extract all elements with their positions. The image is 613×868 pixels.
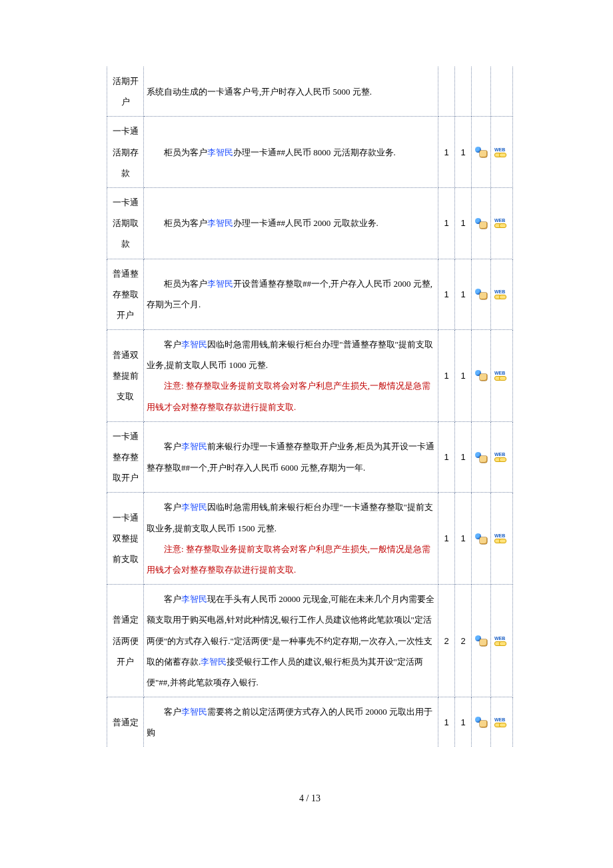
page-footer: 4 / 13 (107, 793, 513, 804)
customer-name: 李智民 (181, 339, 207, 349)
row-title: 一卡通活期取款 (107, 187, 144, 259)
task-table: 活期开户系统自动生成的一卡通客户号,开户时存入人民币 5000 元整.一卡通活期… (107, 67, 513, 747)
row-description: 柜员为客户李智民办理一卡通##人民币 8000 元活期存款业务. (144, 117, 438, 188)
desc-text: 客户 (164, 707, 181, 717)
icon-cell (472, 697, 491, 747)
desc-text: 柜员为客户 (164, 279, 207, 289)
count-col-1: 1 (438, 259, 455, 330)
table-row: 普通定活两便开户客户李智民现在手头有人民币 20000 元现金,可能在未来几个月… (107, 585, 513, 697)
desc-text: 办理一卡通##人民币 2000 元取款业务. (233, 218, 378, 228)
drag-globe-icon[interactable] (475, 635, 487, 646)
row-title: 普通定 (107, 697, 144, 747)
desc-text: 现在手头有人民币 20000 元现金,可能在未来几个月内需要全额支取用于购买电器… (147, 594, 434, 667)
row-title: 一卡通活期存款 (107, 117, 144, 188)
row-title: 普通整存整取开户 (107, 259, 144, 330)
web-cell: WEB (491, 330, 513, 422)
icon-cell (472, 493, 491, 585)
row-description: 客户李智民现在手头有人民币 20000 元现金,可能在未来几个月内需要全额支取用… (144, 585, 438, 697)
table-row: 一卡通整存整取开户客户李智民前来银行办理一卡通整存整取开户业务,柜员为其开设一卡… (107, 421, 513, 493)
count-col-1: 1 (438, 187, 455, 259)
icon-cell (472, 67, 491, 117)
desc-text: 系统自动生成的一卡通客户号,开户时存入人民币 5000 元整. (147, 87, 372, 97)
count-col-1 (438, 67, 455, 117)
count-col-1: 1 (438, 493, 455, 585)
warning-note: 注意: 整存整取业务提前支取将会对客户利息产生损失,一般情况是急需用钱才会对整存… (147, 375, 435, 417)
web-link-icon[interactable]: WEB (494, 717, 510, 727)
desc-text: 柜员为客户 (164, 147, 207, 157)
web-cell: WEB (491, 187, 513, 259)
row-description: 客户李智民需要将之前以定活两便方式存入的人民币 20000 元取出用于购 (144, 697, 438, 747)
row-description: 系统自动生成的一卡通客户号,开户时存入人民币 5000 元整. (144, 67, 438, 117)
web-link-icon[interactable]: WEB (494, 533, 510, 544)
web-cell: WEB (491, 493, 513, 585)
row-description: 客户李智民因临时急需用钱,前来银行柜台办理"一卡通整存整取"提前支取业务,提前支… (144, 493, 438, 585)
drag-globe-icon[interactable] (475, 717, 487, 727)
icon-cell (472, 259, 491, 330)
table-row: 一卡通活期取款柜员为客户李智民办理一卡通##人民币 2000 元取款业务.11W… (107, 187, 513, 259)
desc-text: 办理一卡通##人民币 8000 元活期存款业务. (233, 147, 396, 157)
table-row: 活期开户系统自动生成的一卡通客户号,开户时存入人民币 5000 元整. (107, 67, 513, 117)
row-description: 客户李智民因临时急需用钱,前来银行柜台办理"普通整存整取"提前支取业务,提前支取… (144, 330, 438, 422)
customer-name: 李智民 (201, 657, 227, 667)
web-link-icon[interactable]: WEB (494, 635, 510, 646)
count-col-2: 1 (455, 117, 472, 188)
desc-text: 客户 (164, 594, 181, 604)
drag-globe-icon[interactable] (475, 218, 487, 229)
desc-text: 客户 (164, 502, 181, 512)
web-cell (491, 67, 513, 117)
count-col-2: 1 (455, 259, 472, 330)
desc-text: 客户 (164, 441, 181, 451)
web-link-icon[interactable]: WEB (494, 147, 510, 157)
icon-cell (472, 187, 491, 259)
count-col-2: 1 (455, 187, 472, 259)
icon-cell (472, 421, 491, 493)
count-col-2: 1 (455, 493, 472, 585)
count-col-1: 1 (438, 697, 455, 747)
count-col-1: 1 (438, 330, 455, 422)
count-col-1: 1 (438, 421, 455, 493)
icon-cell (472, 117, 491, 188)
customer-name: 李智民 (181, 594, 207, 604)
table-row: 普通整存整取开户柜员为客户李智民开设普通整存整取##一个,开户存入人民币 200… (107, 259, 513, 330)
customer-name: 李智民 (207, 218, 233, 228)
web-link-icon[interactable]: WEB (494, 452, 510, 463)
row-title: 一卡通整存整取开户 (107, 421, 144, 493)
table-row: 一卡通活期存款柜员为客户李智民办理一卡通##人民币 8000 元活期存款业务.1… (107, 117, 513, 188)
web-cell: WEB (491, 697, 513, 747)
customer-name: 李智民 (181, 441, 207, 451)
web-cell: WEB (491, 117, 513, 188)
customer-name: 李智民 (181, 707, 207, 717)
web-link-icon[interactable]: WEB (494, 370, 510, 381)
count-col-2: 2 (455, 585, 472, 697)
web-cell: WEB (491, 259, 513, 330)
count-col-1: 1 (438, 117, 455, 188)
table-row: 一卡通双整提前支取客户李智民因临时急需用钱,前来银行柜台办理"一卡通整存整取"提… (107, 493, 513, 585)
count-col-2: 1 (455, 421, 472, 493)
count-col-2 (455, 67, 472, 117)
row-description: 柜员为客户李智民开设普通整存整取##一个,开户存入人民币 2000 元整,存期为… (144, 259, 438, 330)
customer-name: 李智民 (207, 147, 233, 157)
web-cell: WEB (491, 585, 513, 697)
row-title: 普通双整提前支取 (107, 330, 144, 422)
customer-name: 李智民 (207, 279, 233, 289)
drag-globe-icon[interactable] (475, 533, 487, 544)
drag-globe-icon[interactable] (475, 452, 487, 463)
desc-text: 柜员为客户 (164, 218, 207, 228)
drag-globe-icon[interactable] (475, 289, 487, 299)
customer-name: 李智民 (181, 502, 207, 512)
icon-cell (472, 585, 491, 697)
drag-globe-icon[interactable] (475, 147, 487, 157)
web-link-icon[interactable]: WEB (494, 289, 510, 299)
desc-text: 客户 (164, 339, 181, 349)
row-title: 普通定活两便开户 (107, 585, 144, 697)
row-description: 客户李智民前来银行办理一卡通整存整取开户业务,柜员为其开设一卡通整存整取##一个… (144, 421, 438, 493)
drag-globe-icon[interactable] (475, 370, 487, 381)
row-description: 柜员为客户李智民办理一卡通##人民币 2000 元取款业务. (144, 187, 438, 259)
web-cell: WEB (491, 421, 513, 493)
row-title: 一卡通双整提前支取 (107, 493, 144, 585)
table-row: 普通双整提前支取客户李智民因临时急需用钱,前来银行柜台办理"普通整存整取"提前支… (107, 330, 513, 422)
count-col-2: 1 (455, 697, 472, 747)
icon-cell (472, 330, 491, 422)
web-link-icon[interactable]: WEB (494, 218, 510, 229)
row-title: 活期开户 (107, 67, 144, 117)
